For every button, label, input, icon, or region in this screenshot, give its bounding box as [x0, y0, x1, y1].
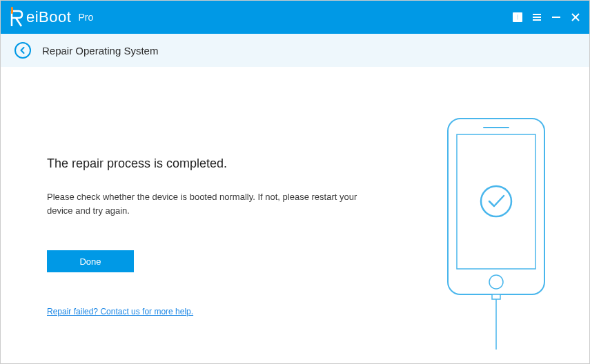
page-heading: The repair process is completed.	[47, 156, 387, 171]
brand-sub: Pro	[78, 12, 93, 23]
brand-name: eiBoot	[26, 8, 71, 26]
arrow-left-icon	[19, 47, 26, 54]
minimize-icon[interactable]	[551, 12, 562, 23]
help-link[interactable]: Repair failed? Contact us for more help.	[47, 307, 193, 316]
svg-text:f: f	[516, 13, 519, 21]
page-description: Please check whether the device is boote…	[47, 190, 364, 217]
brand: eiBoot Pro	[9, 6, 93, 29]
back-button[interactable]	[14, 42, 31, 59]
svg-rect-14	[492, 294, 500, 299]
breadcrumb-title: Repair Operating System	[42, 45, 158, 57]
menu-icon[interactable]	[531, 12, 542, 23]
brand-logo-icon	[9, 6, 24, 29]
content: The repair process is completed. Please …	[1, 67, 589, 363]
left-pane: The repair process is completed. Please …	[1, 67, 387, 363]
breadcrumb: Repair Operating System	[1, 34, 589, 67]
phone-illustration	[444, 115, 548, 350]
facebook-icon[interactable]: f	[512, 12, 523, 23]
svg-rect-11	[457, 134, 535, 269]
done-button[interactable]: Done	[47, 250, 134, 272]
svg-rect-9	[448, 119, 544, 294]
close-icon[interactable]	[570, 12, 581, 23]
svg-rect-0	[11, 7, 13, 14]
window-controls: f	[512, 12, 581, 23]
svg-point-12	[489, 275, 503, 289]
titlebar: eiBoot Pro f	[1, 1, 589, 34]
checkmark-icon	[481, 186, 511, 216]
